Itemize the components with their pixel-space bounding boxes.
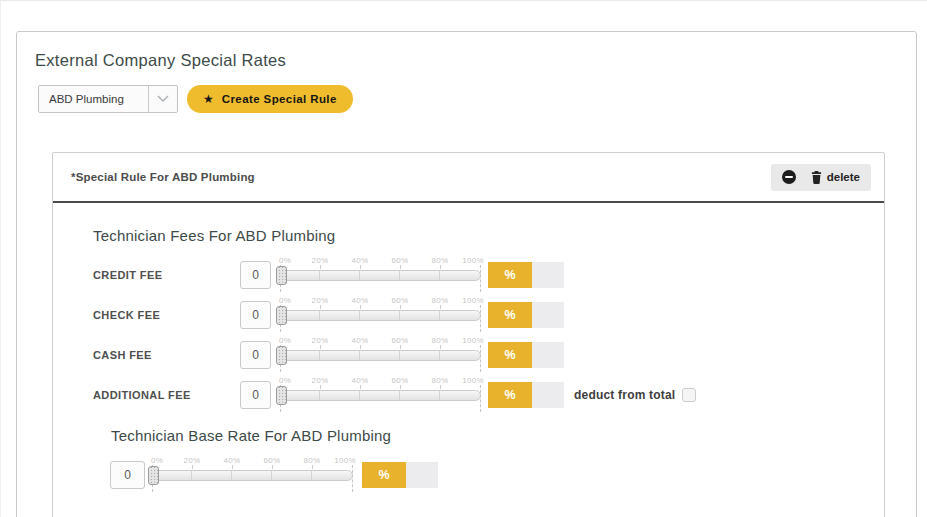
special-rates-card: External Company Special Rates ABD Plumb… [16, 31, 917, 517]
unit-toggle: % [488, 262, 564, 288]
tick-mark [400, 345, 401, 349]
tick-label: 20% [312, 296, 329, 305]
slider-end-line [480, 265, 481, 292]
fee-row-label: ADDITIONAL FEE [93, 389, 240, 401]
tick-label: 40% [352, 376, 369, 385]
percent-unit-button[interactable]: % [362, 462, 406, 488]
base-rate-heading: Technician Base Rate For ABD Plumbing [111, 427, 391, 444]
slider-track[interactable] [278, 390, 481, 401]
base-rate-row: 0% 20% 40% 60% 80% 100% [110, 455, 438, 495]
tick-label: 60% [264, 456, 281, 465]
fee-row-label: CASH FEE [93, 349, 240, 361]
cash-fee-input[interactable] [240, 341, 271, 369]
fee-row-additional: ADDITIONAL FEE 0% 20% 40% 60% 80% 100% [93, 375, 696, 415]
tick-mark [400, 385, 401, 389]
tick-mark [440, 385, 441, 389]
flat-unit-button[interactable] [406, 462, 438, 488]
tick-label: 100% [334, 456, 356, 465]
fee-row-label: CHECK FEE [93, 309, 240, 321]
slider-end-line [352, 465, 353, 492]
percent-unit-button[interactable]: % [488, 342, 532, 368]
page-title: External Company Special Rates [35, 51, 286, 70]
company-dropdown[interactable]: ABD Plumbing [38, 85, 178, 113]
tick-label: 80% [304, 456, 321, 465]
cash-fee-slider[interactable]: 0% 20% 40% 60% 80% 100% [278, 335, 482, 375]
tick-mark [440, 345, 441, 349]
slider-handle[interactable] [276, 346, 287, 365]
base-rate-input[interactable] [110, 461, 145, 489]
tick-label: 0% [279, 296, 291, 305]
fee-row-credit: CREDIT FEE 0% 20% 40% 60% 80% 100% [93, 255, 696, 295]
tick-label: 40% [352, 296, 369, 305]
tick-mark [360, 305, 361, 309]
unit-toggle: % [488, 342, 564, 368]
tick-label: 20% [312, 336, 329, 345]
tick-label: 100% [462, 376, 484, 385]
tick-label: 100% [462, 256, 484, 265]
base-rate-slider[interactable]: 0% 20% 40% 60% 80% 100% [150, 455, 354, 495]
tick-mark [272, 465, 273, 469]
delete-rule-button[interactable]: delete [811, 171, 860, 184]
check-fee-slider[interactable]: 0% 20% 40% 60% 80% 100% [278, 295, 482, 335]
trash-icon [811, 171, 822, 184]
star-icon: ★ [203, 92, 214, 106]
delete-rule-label: delete [827, 171, 860, 183]
tick-label: 80% [432, 376, 449, 385]
tick-label: 60% [392, 296, 409, 305]
create-special-rule-label: Create Special Rule [222, 93, 337, 105]
slider-handle[interactable] [276, 266, 287, 285]
additional-fee-slider[interactable]: 0% 20% 40% 60% 80% 100% [278, 375, 482, 415]
tick-label: 60% [392, 256, 409, 265]
tick-mark [360, 345, 361, 349]
fee-rows: CREDIT FEE 0% 20% 40% 60% 80% 100% [93, 255, 696, 415]
minus-circle-icon[interactable] [782, 170, 796, 184]
panel-actions: delete [771, 164, 871, 191]
slider-track[interactable] [150, 470, 353, 481]
flat-unit-button[interactable] [532, 342, 564, 368]
slider-track[interactable] [278, 350, 481, 361]
tick-mark [320, 345, 321, 349]
tick-label: 40% [224, 456, 241, 465]
tick-label: 40% [352, 336, 369, 345]
special-rule-panel-header: *Special Rule For ABD Plumbing delete [53, 153, 884, 203]
check-fee-input[interactable] [240, 301, 271, 329]
deduct-from-total: deduct from total [574, 388, 696, 402]
slider-track[interactable] [278, 270, 481, 281]
tick-label: 20% [184, 456, 201, 465]
slider-handle[interactable] [148, 466, 159, 485]
slider-end-line [480, 305, 481, 332]
chevron-down-icon [148, 86, 177, 112]
slider-handle[interactable] [276, 306, 287, 325]
percent-unit-button[interactable]: % [488, 382, 532, 408]
fee-row-cash: CASH FEE 0% 20% 40% 60% 80% 100% [93, 335, 696, 375]
slider-track[interactable] [278, 310, 481, 321]
tick-label: 40% [352, 256, 369, 265]
deduct-from-total-label: deduct from total [574, 388, 675, 402]
tick-mark [400, 265, 401, 269]
company-dropdown-value: ABD Plumbing [39, 93, 148, 105]
slider-handle[interactable] [276, 386, 287, 405]
slider-end-line [480, 385, 481, 412]
credit-fee-slider[interactable]: 0% 20% 40% 60% 80% 100% [278, 255, 482, 295]
fee-row-check: CHECK FEE 0% 20% 40% 60% 80% 100% [93, 295, 696, 335]
flat-unit-button[interactable] [532, 302, 564, 328]
tick-label: 0% [279, 376, 291, 385]
tick-mark [440, 305, 441, 309]
flat-unit-button[interactable] [532, 382, 564, 408]
create-special-rule-button[interactable]: ★ Create Special Rule [187, 85, 353, 113]
additional-fee-input[interactable] [240, 381, 271, 409]
tick-label: 100% [462, 296, 484, 305]
tick-label: 0% [279, 336, 291, 345]
percent-unit-button[interactable]: % [488, 262, 532, 288]
flat-unit-button[interactable] [532, 262, 564, 288]
tick-mark [320, 305, 321, 309]
special-rule-panel: *Special Rule For ABD Plumbing delete Te… [52, 152, 885, 517]
deduct-from-total-checkbox[interactable] [682, 388, 696, 402]
unit-toggle: % [488, 302, 564, 328]
percent-unit-button[interactable]: % [488, 302, 532, 328]
credit-fee-input[interactable] [240, 261, 271, 289]
tick-label: 0% [151, 456, 163, 465]
tick-mark [440, 265, 441, 269]
slider-end-line [480, 345, 481, 372]
unit-toggle: % [488, 382, 564, 408]
